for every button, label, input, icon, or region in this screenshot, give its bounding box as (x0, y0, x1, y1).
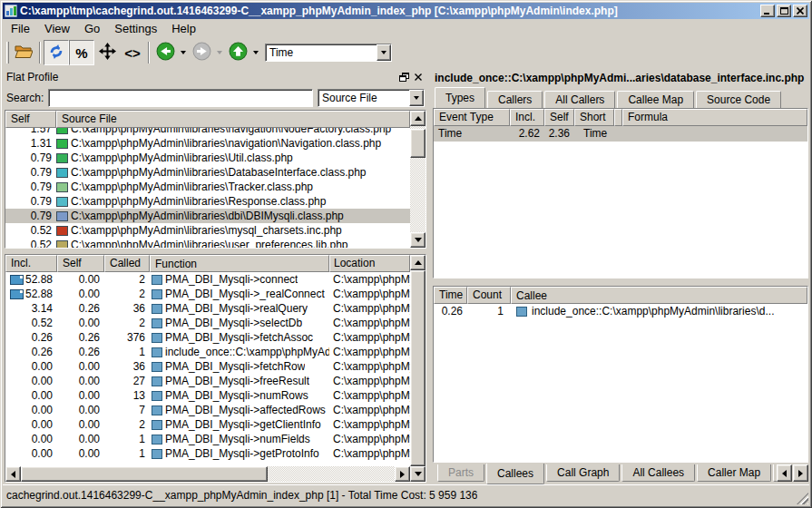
bottom-tab[interactable]: Callees (486, 464, 544, 484)
cycle-detection-button[interactable] (44, 40, 69, 65)
tab-scroll-left-button[interactable] (777, 464, 792, 482)
close-dock-button[interactable] (411, 71, 425, 83)
column-header-event-type[interactable]: Event Type (434, 109, 510, 126)
column-header-self[interactable]: Self (57, 255, 104, 272)
shorten-templates-button[interactable]: <> (120, 40, 145, 65)
callee-row[interactable]: 0.26 1 include_once::C:\xampp\phpMyAdmin… (434, 304, 807, 319)
panel-splitter[interactable] (432, 278, 809, 286)
function-row[interactable]: 0.00 0.00 2 PMA_DBI_Mysqli->getClientInf… (5, 417, 410, 432)
scroll-down-button[interactable] (410, 466, 426, 482)
combo-dropdown-button[interactable] (409, 90, 424, 106)
column-header-incl[interactable]: Incl. (5, 255, 57, 272)
scroll-down-button[interactable] (410, 232, 426, 248)
source-file-row[interactable]: 0.79 C:\xampp\phpMyAdmin\libraries\Datab… (5, 165, 410, 180)
source-file-row[interactable]: 0.79 C:\xampp\phpMyAdmin\libraries\dbi\D… (5, 209, 410, 223)
source-file-row[interactable]: 0.52 C:\xampp\phpMyAdmin\libraries\user_… (5, 238, 410, 248)
column-header-location[interactable]: Location (329, 255, 410, 272)
menu-item[interactable]: File (4, 20, 37, 37)
function-cell: PMA_DBI_Mysqli->_realConnect (150, 287, 329, 301)
source-file-row[interactable]: 0.52 C:\xampp\phpMyAdmin\libraries\mysql… (5, 223, 410, 238)
function-row[interactable]: 0.00 0.00 13 PMA_DBI_Mysqli->numRows C:\… (5, 388, 410, 403)
function-row[interactable]: 52.88 0.00 2 PMA_DBI_Mysqli->_realConnec… (5, 287, 410, 301)
close-button[interactable] (793, 5, 807, 17)
function-row[interactable]: 0.00 0.00 36 PMA_DBI_Mysqli->fetchRow C:… (5, 359, 410, 374)
group-by-select[interactable]: Source File (318, 89, 425, 107)
column-header-called[interactable]: Called (104, 255, 150, 272)
scroll-up-button[interactable] (410, 255, 426, 270)
function-name: PMA_DBI_Mysqli->realQuery (165, 301, 308, 316)
column-header-count[interactable]: Count (467, 287, 511, 304)
open-file-button[interactable] (11, 40, 36, 65)
function-list-scrollbar[interactable] (410, 255, 426, 482)
search-input[interactable] (48, 89, 313, 107)
function-list-hscrollbar[interactable] (5, 466, 410, 482)
function-row[interactable]: 0.00 0.00 1 PMA_DBI_Mysqli->numFields C:… (5, 432, 410, 446)
column-header-self[interactable]: Self (544, 109, 574, 126)
source-file-row[interactable]: 1.31 C:\xampp\phpMyAdmin\libraries\navig… (5, 136, 410, 151)
back-dropdown-button[interactable] (178, 40, 189, 65)
column-header-self[interactable]: Self (5, 111, 56, 128)
function-row[interactable]: 0.00 0.00 27 PMA_DBI_Mysqli->freeResult … (5, 374, 410, 388)
resize-grip[interactable] (797, 493, 808, 504)
menu-item[interactable]: Help (164, 20, 203, 37)
back-button[interactable] (152, 40, 178, 65)
bottom-tab[interactable]: Call Graph (546, 464, 620, 482)
menu-item[interactable]: View (37, 20, 77, 37)
source-file-row[interactable]: 0.79 C:\xampp\phpMyAdmin\libraries\Respo… (5, 194, 410, 209)
scroll-left-button[interactable] (5, 466, 21, 482)
source-file-row[interactable]: 0.79 C:\xampp\phpMyAdmin\libraries\Util.… (5, 151, 410, 165)
up-button[interactable] (225, 40, 250, 65)
detail-tab[interactable]: Source Code (696, 91, 781, 108)
dock-title-bar[interactable]: Flat Profile (3, 68, 428, 85)
detail-tab[interactable]: Types (435, 87, 485, 108)
column-header-callee[interactable]: Callee (511, 287, 807, 304)
column-header-formula[interactable]: Formula (622, 109, 807, 126)
column-header-source-file[interactable]: Source File (56, 111, 410, 128)
float-dock-button[interactable] (397, 71, 411, 83)
combo-dropdown-button[interactable] (377, 44, 391, 61)
called-count-cell: 27 (104, 374, 150, 388)
scrollbar-thumb[interactable] (410, 270, 426, 466)
scrollbar-track[interactable] (410, 126, 426, 232)
function-row[interactable]: 0.26 0.26 376 PMA_DBI_Mysqli->fetchAssoc… (5, 330, 410, 345)
column-header-function[interactable]: Function (150, 255, 329, 272)
maximize-button[interactable] (777, 5, 791, 17)
function-row[interactable]: 3.14 0.26 36 PMA_DBI_Mysqli->realQuery C… (5, 301, 410, 316)
scroll-up-button[interactable] (410, 111, 426, 126)
event-type-select[interactable]: Time (265, 44, 392, 62)
up-dropdown-button[interactable] (250, 40, 261, 65)
function-row[interactable]: 0.26 0.26 1 include_once::C:\xampp\phpMy… (5, 345, 410, 359)
expand-areas-button[interactable] (94, 40, 120, 65)
bottom-tab[interactable]: Caller Map (697, 464, 771, 482)
column-header-short[interactable]: Short (574, 109, 614, 126)
scrollbar-thumb[interactable] (410, 129, 426, 158)
detail-tab[interactable]: Callee Map (617, 91, 694, 108)
bottom-tab[interactable]: Parts (437, 464, 484, 482)
menu-item[interactable]: Go (77, 20, 107, 37)
function-row[interactable]: 0.00 0.00 1 PMA_DBI_Mysqli->getProtoInfo… (5, 446, 410, 461)
source-file-row[interactable]: 1.57 C:\xampp\phpMyAdmin\libraries\navig… (5, 128, 410, 136)
minimize-button[interactable] (760, 5, 775, 17)
scroll-right-button[interactable] (395, 466, 410, 482)
toolbar-handle[interactable] (6, 42, 9, 64)
function-cell: PMA_DBI_Mysqli->fetchAssoc (150, 330, 329, 345)
scrollbar-track[interactable] (21, 466, 395, 482)
function-row[interactable]: 0.52 0.00 2 PMA_DBI_Mysqli->selectDb C:\… (5, 316, 410, 330)
percentage-toggle-button[interactable]: % (69, 40, 94, 65)
detail-tab[interactable]: Callers (487, 91, 543, 108)
title-bar[interactable]: C:\xampp\tmp\cachegrind.out.1416463299-C… (3, 3, 809, 19)
column-header-spacer[interactable] (614, 109, 622, 126)
source-file-row[interactable]: 0.79 C:\xampp\phpMyAdmin\libraries\Track… (5, 180, 410, 194)
tab-scroll-right-button[interactable] (793, 464, 808, 482)
source-list-scrollbar[interactable] (410, 111, 426, 248)
column-header-incl[interactable]: Incl. (510, 109, 544, 126)
menu-item[interactable]: Settings (107, 20, 164, 37)
scrollbar-track[interactable] (410, 270, 426, 466)
bottom-tab[interactable]: All Callees (621, 464, 695, 482)
detail-tab[interactable]: All Callers (544, 91, 615, 108)
function-row[interactable]: 52.88 0.00 2 PMA_DBI_Mysqli->connect C:\… (5, 272, 410, 287)
function-row[interactable]: 0.00 0.00 7 PMA_DBI_Mysqli->affectedRows… (5, 403, 410, 417)
scrollbar-thumb[interactable] (21, 466, 268, 482)
column-header-time[interactable]: Time (434, 287, 467, 304)
event-type-row[interactable]: Time 2.62 2.36 Time (434, 126, 807, 142)
